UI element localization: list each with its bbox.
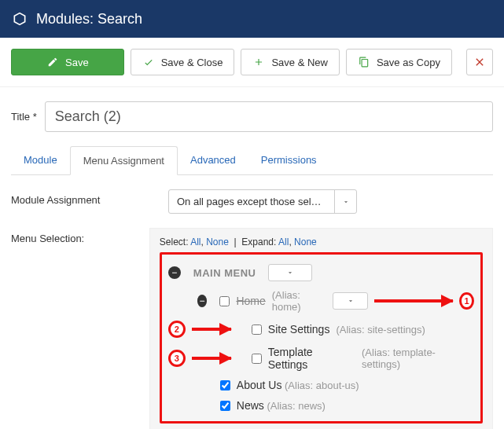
cancel-button[interactable]	[466, 49, 493, 75]
assignment-label: Module Assignment	[11, 189, 168, 206]
assignment-value: On all pages except those selec..	[169, 190, 334, 213]
page-title: Modules: Search	[36, 11, 142, 28]
selection-row: Menu Selection: Select: All, None | Expa…	[0, 214, 504, 429]
annotation-box: − MAIN MENU − Home (Alias: home) 1	[160, 252, 483, 424]
item-label: Site Settings	[268, 323, 330, 336]
title-label: Title *	[11, 111, 37, 123]
menu-label: MAIN MENU	[193, 267, 256, 279]
save-copy-label: Save as Copy	[377, 57, 440, 68]
expand-none-link[interactable]: None	[294, 236, 317, 248]
save-new-button[interactable]: Save & New	[241, 49, 340, 75]
item-checkbox-home[interactable]	[219, 296, 230, 306]
annotation-marker-2: 2	[168, 321, 186, 338]
module-icon	[11, 10, 28, 28]
chevron-down-icon	[286, 269, 294, 277]
annotation-arrow-icon	[374, 299, 453, 302]
item-dropdown[interactable]	[333, 292, 368, 310]
item-alias: (Alias: news)	[267, 400, 325, 412]
selection-label: Menu Selection:	[11, 228, 149, 244]
title-input[interactable]	[45, 101, 493, 132]
annotation-arrow-icon	[192, 357, 231, 360]
plus-icon	[252, 56, 265, 68]
item-alias: (Alias: home)	[272, 289, 320, 313]
tab-permissions[interactable]: Permissions	[248, 146, 329, 174]
select-all-link[interactable]: All	[190, 236, 200, 248]
menu-dropdown[interactable]	[268, 264, 312, 281]
annotation-marker-3: 3	[168, 350, 186, 367]
tree-row-about-us: About Us (Alias: about-us)	[168, 379, 474, 391]
tree-row-home: − Home (Alias: home) 1	[168, 289, 474, 313]
save-copy-button[interactable]: Save as Copy	[346, 49, 452, 75]
menu-header-row: − MAIN MENU	[168, 264, 474, 281]
tree-row-site-settings: 2 Site Settings (Alias: site-settings)	[168, 321, 474, 338]
collapse-toggle[interactable]: −	[168, 266, 181, 279]
item-label: Template Settings	[268, 346, 355, 371]
save-close-button[interactable]: Save & Close	[131, 49, 235, 75]
collapse-toggle[interactable]: −	[197, 295, 208, 307]
item-alias: (Alias: template-settings)	[362, 346, 474, 370]
item-label: Home	[236, 295, 265, 307]
tab-advanced[interactable]: Advanced	[178, 146, 248, 174]
expand-label: Expand:	[241, 236, 276, 248]
save-button[interactable]: Save	[11, 49, 124, 75]
select-none-link[interactable]: None	[206, 236, 229, 248]
item-label: About Us	[237, 379, 282, 391]
item-checkbox-about-us[interactable]	[220, 380, 230, 390]
assignment-row: Module Assignment On all pages except th…	[0, 175, 504, 214]
item-alias: (Alias: site-settings)	[336, 324, 425, 336]
annotation-arrow-icon	[192, 328, 231, 331]
topbar: Modules: Search	[0, 0, 504, 38]
item-label: News	[237, 399, 264, 412]
selection-panel: Select: All, None | Expand: All, None − …	[149, 228, 493, 429]
expand-all-link[interactable]: All	[278, 236, 289, 248]
title-row: Title *	[0, 87, 504, 132]
tab-menu-assignment[interactable]: Menu Assignment	[70, 146, 178, 175]
close-icon	[473, 56, 486, 68]
select-label: Select:	[160, 236, 189, 248]
save-close-label: Save & Close	[161, 57, 223, 68]
tree-row-news: News (Alias: news)	[168, 399, 474, 412]
item-alias: (Alias: about-us)	[285, 380, 359, 391]
toolbar: Save Save & Close Save & New Save as Cop…	[0, 38, 504, 87]
tree-row-template-settings: 3 Template Settings (Alias: template-set…	[168, 346, 474, 371]
item-checkbox-site-settings[interactable]	[252, 324, 262, 335]
save-new-label: Save & New	[271, 57, 328, 68]
assignment-dropdown[interactable]: On all pages except those selec..	[168, 189, 357, 214]
annotation-marker-1: 1	[459, 292, 474, 310]
save-label: Save	[65, 57, 89, 68]
check-icon	[142, 56, 155, 68]
tab-module[interactable]: Module	[11, 146, 70, 174]
item-checkbox-template-settings[interactable]	[252, 354, 262, 364]
tabs: Module Menu Assignment Advanced Permissi…	[11, 146, 493, 175]
copy-icon	[358, 56, 370, 68]
chevron-down-icon	[347, 297, 355, 305]
item-checkbox-news[interactable]	[220, 401, 230, 411]
selection-header: Select: All, None | Expand: All, None	[160, 236, 483, 248]
apply-icon	[46, 56, 59, 68]
chevron-down-icon	[334, 190, 356, 213]
